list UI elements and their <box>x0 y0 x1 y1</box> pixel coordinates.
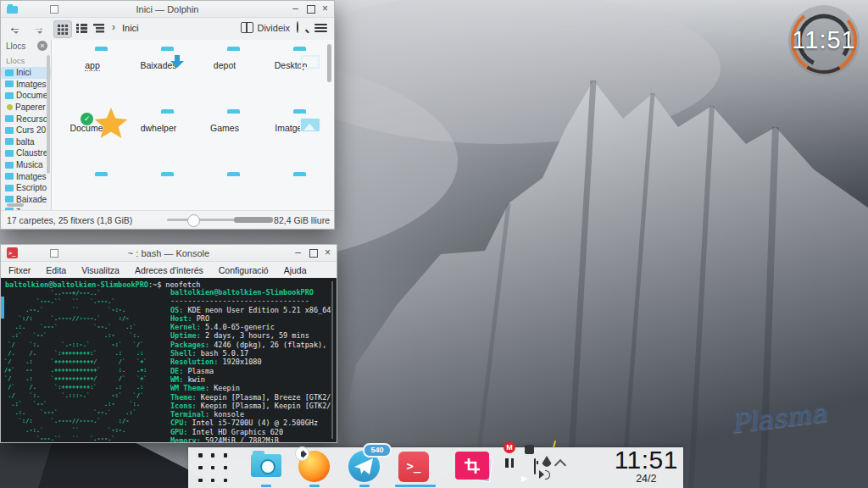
konsole-titlebar[interactable]: ~ : bash — Konsole >_ – × <box>1 245 337 262</box>
place-folder-icon <box>7 104 13 110</box>
forward-button[interactable]: → <box>32 19 45 34</box>
folder-view-scrollbar[interactable] <box>327 44 331 82</box>
media-pause-tray-icon[interactable] <box>505 458 516 468</box>
folder-item[interactable]: ✓ depot <box>192 50 258 113</box>
dolphin-window: Inici — Dolphin – × ← → › Inici Divideix <box>0 0 335 230</box>
slider-knob[interactable] <box>187 214 200 227</box>
konsole-app-icon: >_ <box>7 247 18 258</box>
icons-view-icon <box>58 25 68 35</box>
neofetch-field: GPUIntel HD Graphics 620 <box>170 428 331 436</box>
task-firefox[interactable] <box>298 449 331 483</box>
mega-tray-icon[interactable]: M <box>504 441 515 453</box>
close-button[interactable]: × <box>321 247 334 259</box>
sidebar-place-item[interactable]: Curs 20 <box>1 125 51 136</box>
prompt-user-host: baltolkien@baltolkien-SlimbookPRO <box>5 280 148 289</box>
details-view-button[interactable] <box>90 20 107 36</box>
menu-item[interactable]: Adreces d'interés <box>127 265 211 275</box>
place-label: Curs 20 <box>16 125 46 135</box>
digital-clock[interactable]: 11:51 24/2 <box>615 446 678 485</box>
folder-item[interactable]: ✓ dwhelper <box>125 113 192 175</box>
wifi-tray-icon[interactable] <box>540 441 554 467</box>
search-button[interactable] <box>297 22 309 34</box>
crop-tool-icon <box>455 452 489 480</box>
folder-name: dwhelper <box>141 123 177 133</box>
task-crop-tool[interactable] <box>455 451 489 485</box>
menu-item[interactable]: Ajuda <box>276 265 314 275</box>
places-panel-header[interactable]: Llocs × <box>1 40 51 53</box>
folder-item[interactable]: ✓ <box>125 175 192 211</box>
folder-view[interactable]: ✓ app ✓ Baixades ✓ <box>52 40 334 211</box>
task-indicator-konsole-active <box>395 485 436 487</box>
clock-widget-time: 11:51 <box>780 26 868 54</box>
place-folder-icon <box>5 150 14 157</box>
icons-view-button[interactable] <box>53 20 72 38</box>
folder-item[interactable]: ✓ Desktop <box>258 50 324 113</box>
application-launcher-button[interactable] <box>198 453 227 482</box>
folder-item[interactable]: ✓ <box>192 175 258 211</box>
folder-name: Games <box>210 123 239 133</box>
place-folder-icon <box>5 115 14 122</box>
menu-item[interactable]: Visualitza <box>74 265 127 275</box>
sidebar-place-item[interactable]: Recurso <box>1 113 51 125</box>
neofetch-field: Kernel5.4.0-65-generic <box>170 323 331 331</box>
prompt-path: :~$ <box>148 280 161 289</box>
back-button[interactable]: ← <box>8 19 21 34</box>
places-close-button[interactable]: × <box>37 41 47 51</box>
sidebar-place-item[interactable]: Docume <box>1 90 51 102</box>
list-view-icon <box>76 24 87 33</box>
icon-zoom-slider[interactable] <box>167 219 242 221</box>
window-menu-icon[interactable] <box>50 249 58 258</box>
folder-item[interactable]: ✓ <box>59 175 125 211</box>
minimize-button[interactable]: – <box>292 247 304 259</box>
sidebar-place-item[interactable]: Paperer <box>1 102 51 114</box>
split-view-button[interactable]: Divideix <box>241 22 290 33</box>
analog-clock-widget[interactable]: 11:51 <box>785 2 863 80</box>
maximize-button[interactable] <box>307 247 320 259</box>
folder-item[interactable]: ✓ Baixades <box>125 50 192 113</box>
maximize-button[interactable] <box>304 3 317 15</box>
place-folder-icon <box>5 127 14 134</box>
places-hscrollbar[interactable] <box>7 203 24 207</box>
menu-item[interactable]: Configuració <box>211 265 276 275</box>
sidebar-place-item[interactable]: Imatges <box>1 79 51 91</box>
folder-item[interactable]: ✓ app <box>59 50 125 113</box>
breadcrumb-chevron-icon: › <box>112 21 115 33</box>
task-dolphin[interactable] <box>249 449 283 483</box>
neofetch-field: Memory5924MiB / 7882MiB <box>170 436 331 442</box>
sidebar-place-item[interactable]: Escripto <box>1 182 51 194</box>
breadcrumb[interactable]: Inici <box>122 23 139 33</box>
list-view-button[interactable] <box>73 20 90 36</box>
neofetch-field: CPUIntel i5-7200U (4) @ 2.500GHz <box>170 419 331 427</box>
folder-item[interactable]: ✓ Imatges <box>258 113 324 175</box>
menu-item[interactable]: Edita <box>38 265 74 275</box>
close-button[interactable]: × <box>319 3 331 15</box>
sidebar-place-item[interactable]: Inici <box>1 67 51 79</box>
statusbar-summary: 17 carpetes, 25 fitxers (1,8 GiB) <box>7 215 132 225</box>
taskbar-panel: 540 >_ M 11:51 24/2 <box>188 447 683 488</box>
folder-item[interactable]: ✓ Games <box>192 113 258 175</box>
folder-item[interactable]: ✓ <box>258 175 324 211</box>
battery-tray-icon[interactable] <box>534 458 536 474</box>
minimize-button[interactable]: – <box>289 3 302 15</box>
sidebar-place-item[interactable]: Claustre <box>1 147 51 159</box>
window-menu-icon[interactable] <box>50 5 58 14</box>
neofetch-field: Shellbash 5.0.17 <box>170 349 331 358</box>
place-label: Inici <box>16 68 31 77</box>
sidebar-place-item[interactable]: Musica <box>1 159 51 171</box>
neofetch-separator: -------------------------------- <box>170 297 331 305</box>
dolphin-titlebar[interactable]: Inici — Dolphin – × <box>1 1 334 18</box>
tray-expander-icon[interactable] <box>554 459 566 471</box>
folder-emblem-icon <box>175 55 180 61</box>
menu-item[interactable]: Fitxer <box>1 265 38 275</box>
task-telegram[interactable]: 540 <box>348 449 381 483</box>
terminal-area[interactable]: baltolkien@baltolkien-SlimbookPRO:~$ neo… <box>1 278 337 442</box>
clock-time: 11:51 <box>615 446 678 474</box>
sidebar-place-item[interactable]: balta <box>1 136 51 148</box>
details-view-icon <box>93 24 104 33</box>
sidebar-place-item[interactable]: Imatges <box>1 170 51 182</box>
places-scrollbar[interactable] <box>47 55 50 174</box>
terminal-scrollbar[interactable] <box>331 281 333 439</box>
hamburger-menu-button[interactable] <box>314 22 327 33</box>
task-konsole[interactable]: >_ <box>397 450 431 484</box>
folder-item[interactable]: ✓ Documents <box>59 113 125 175</box>
